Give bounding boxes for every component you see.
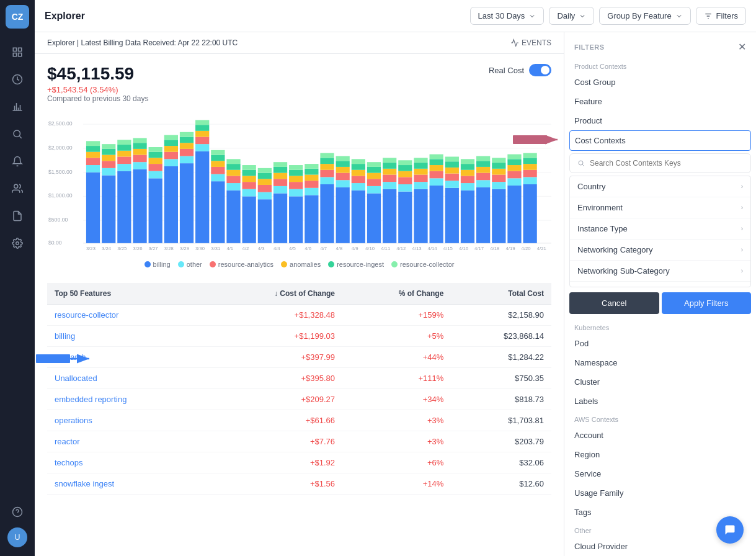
svg-text:4/6: 4/6 [305,246,311,251]
svg-rect-150 [414,189,427,243]
table-header-row: Top 50 Features ↓ Cost of Change % of Ch… [47,283,551,305]
svg-rect-191 [507,155,521,159]
ctx-networking-subcategory[interactable]: Networking Sub-Category › [570,261,750,282]
svg-rect-72 [211,181,225,243]
ctx-service-category[interactable]: Service Category › [570,282,750,287]
svg-rect-25 [86,165,100,173]
filter-cost-group[interactable]: Cost Group [564,73,756,92]
svg-rect-59 [164,135,178,140]
sidebar-item-alerts[interactable] [6,150,29,173]
granularity-dropdown[interactable]: Daily [549,7,594,25]
ctx-environment[interactable]: Environment › [570,197,750,218]
filter-product[interactable]: Product [564,111,756,130]
search-input[interactable] [590,159,743,168]
cost-header: $45,115.59 +$1,543.54 (3.54%) Compared t… [35,54,564,108]
svg-rect-132 [367,194,381,243]
filter-labels[interactable]: Labels [564,392,756,411]
svg-rect-67 [195,144,209,151]
cancel-button[interactable]: Cancel [569,292,659,314]
filter-usage-family[interactable]: Usage Family [564,483,756,503]
svg-text:4/1: 4/1 [226,246,233,251]
time-range-dropdown[interactable]: Last 30 Days [470,7,545,25]
feature-name[interactable]: reactor [47,431,205,452]
ctx-instance-type[interactable]: Instance Type › [570,218,750,240]
svg-rect-142 [383,163,396,169]
right-panel: FILTERS ✕ Product Contexts Cost Group Fe… [564,32,756,556]
total-cost: $203.79 [451,431,551,452]
sidebar-item-reports[interactable] [6,204,29,228]
sidebar-item-dashboard[interactable] [6,40,29,64]
chart-area: $2,500.00 $2,000.00 $1,500.00 $1,000.00 … [35,108,564,283]
table-row: embedded reporting +$209.27 +34% $818.73 [47,389,551,410]
svg-rect-137 [367,162,381,167]
cost-amount: $45,115.59 [47,64,148,84]
svg-rect-117 [320,164,334,170]
chevron-right-icon: › [741,246,743,253]
filter-account[interactable]: Account [564,426,756,445]
svg-rect-40 [117,145,131,151]
svg-rect-159 [430,165,443,171]
search-box[interactable] [569,153,751,173]
ctx-country[interactable]: Country › [570,176,750,197]
feature-name[interactable]: billing [47,326,205,347]
svg-rect-119 [320,153,334,158]
svg-rect-175 [476,180,490,187]
app-logo[interactable]: CZ [6,5,29,29]
cost-change: +$397.99 [205,347,342,368]
svg-rect-60 [180,163,193,243]
filters-button[interactable]: Filters [696,7,746,25]
filters-label: Filters [716,11,738,20]
feature-name[interactable]: techops [47,452,205,473]
group-by-dropdown[interactable]: Group By Feature [599,7,690,25]
ctx-networking-category[interactable]: Networking Category › [570,240,750,261]
sidebar-item-billing[interactable] [6,68,29,91]
chevron-down-icon [579,12,586,20]
svg-text:3/25: 3/25 [117,246,127,251]
breadcrumb: Explorer | Latest Billing Data Received:… [47,38,238,47]
feature-name[interactable]: resource-collector [47,305,205,326]
svg-rect-98 [273,179,287,186]
svg-text:4/17: 4/17 [474,246,484,251]
svg-rect-169 [461,183,474,191]
feature-name[interactable]: embedded reporting [47,389,205,410]
page-title: Explorer [45,11,470,22]
svg-rect-76 [211,155,225,161]
sidebar-item-settings[interactable] [6,231,29,255]
filter-cost-contexts[interactable]: Cost Contexts [569,130,751,151]
events-button[interactable]: EVENTS [510,38,551,47]
filter-namespace[interactable]: Namespace [564,353,756,372]
svg-rect-120 [336,187,350,243]
filter-region[interactable]: Region [564,445,756,464]
svg-rect-57 [164,146,178,152]
sidebar-item-search[interactable] [6,122,29,146]
svg-rect-85 [242,189,256,197]
svg-rect-94 [258,173,272,179]
real-cost-toggle[interactable]: Real Cost [489,64,551,76]
feature-name[interactable]: snowflake ingest [47,473,205,495]
sidebar-item-insights[interactable] [6,95,29,119]
svg-rect-133 [367,186,381,194]
svg-rect-44 [133,155,146,163]
svg-rect-121 [336,180,350,187]
sidebar-item-help[interactable] [6,500,29,524]
svg-text:3/27: 3/27 [149,246,158,251]
sidebar-item-team[interactable] [6,177,29,200]
svg-rect-135 [367,173,381,179]
toggle-switch[interactable] [529,64,551,76]
filter-feature[interactable]: Feature [564,92,756,111]
filter-pod[interactable]: Pod [564,334,756,353]
apply-filters-button[interactable]: Apply Filters [662,292,752,314]
pct-change: +14% [342,473,451,495]
group-by-label: Group By Feature [607,11,671,20]
svg-rect-167 [445,156,459,161]
chat-button[interactable] [716,516,744,544]
bar-chart: $2,500.00 $2,000.00 $1,500.00 $1,000.00 … [47,113,551,256]
filter-cluster[interactable]: Cluster [564,372,756,392]
sidebar-item-avatar[interactable]: U [6,526,29,549]
filter-service[interactable]: Service [564,464,756,483]
feature-name[interactable]: operations [47,410,205,431]
close-button[interactable]: ✕ [738,41,746,53]
svg-rect-48 [149,178,162,243]
svg-text:4/14: 4/14 [428,246,438,251]
aws-label: AWS Contexts [564,411,756,426]
